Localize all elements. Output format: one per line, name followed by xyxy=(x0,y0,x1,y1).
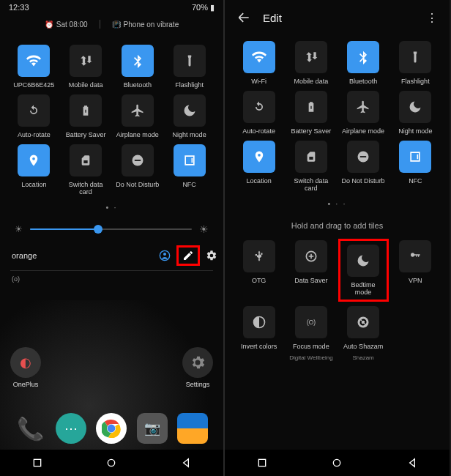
nav-home[interactable] xyxy=(331,457,343,469)
pin-icon xyxy=(243,141,275,173)
brightness-slider[interactable] xyxy=(30,228,192,230)
qs-tile-auto-rotate[interactable]: Auto-rotate xyxy=(10,94,58,138)
edit-tile-do-not-disturb[interactable]: Do Not Disturb xyxy=(340,141,387,192)
nav-recents[interactable] xyxy=(256,457,268,469)
qs-tile-location[interactable]: Location xyxy=(10,144,58,196)
tile-sublabel: Digital Wellbeing xyxy=(289,354,332,361)
svg-text:(O): (O) xyxy=(307,319,316,326)
avail-tile-auto-shazam[interactable]: Auto ShazamShazam xyxy=(340,306,387,361)
svg-point-15 xyxy=(334,459,340,466)
tile-label: Airplane mode xyxy=(342,127,384,135)
dock-camera[interactable]: 📷 xyxy=(137,413,168,444)
edit-tile-airplane-mode[interactable]: Airplane mode xyxy=(340,91,387,135)
brightness-high-icon: ☀ xyxy=(199,223,209,235)
edit-tile-flashlight[interactable]: Flashlight xyxy=(392,41,439,85)
dock-chrome[interactable] xyxy=(96,413,127,444)
avail-tile-otg[interactable]: OTG xyxy=(235,240,283,300)
tile-label: Auto Shazam xyxy=(343,343,383,350)
wifi-icon xyxy=(243,41,275,73)
page-indicator[interactable]: • · · xyxy=(225,198,450,215)
svg-point-3 xyxy=(163,253,166,256)
tile-label: OTG xyxy=(252,277,266,284)
batt-icon xyxy=(295,91,327,123)
info-row: ⏰ Sat 08:00 📳 Phone on vibrate xyxy=(0,15,223,36)
avail-tile-bedtime-mode[interactable]: Bedtime mode xyxy=(340,240,387,300)
qs-tile-upc6b6e425[interactable]: UPC6B6E425 xyxy=(10,45,58,89)
tile-label: Focus mode xyxy=(293,343,329,350)
data-icon xyxy=(70,45,102,77)
app-settings[interactable]: Settings xyxy=(182,347,213,388)
edit-tile-night-mode[interactable]: Night mode xyxy=(392,91,439,135)
avail-tile-invert-colors[interactable]: Invert colors xyxy=(235,306,283,361)
bt-icon xyxy=(122,45,154,77)
avail-tile-vpn[interactable]: VPN xyxy=(392,240,439,300)
edit-tile-wi-fi[interactable]: Wi-Fi xyxy=(235,41,283,85)
sim-icon xyxy=(70,144,102,176)
edit-tile-bluetooth[interactable]: Bluetooth xyxy=(340,41,387,85)
qs-tile-switch-data-card[interactable]: Switch data card xyxy=(62,144,110,196)
nav-back[interactable] xyxy=(180,457,192,469)
avail-tile-focus-mode[interactable]: (O)Focus modeDigital Wellbeing xyxy=(287,306,335,361)
qs-tile-night-mode[interactable]: Night mode xyxy=(165,94,213,138)
nfc-icon xyxy=(174,144,206,176)
tile-label: Battery Saver xyxy=(66,131,106,138)
torch-icon xyxy=(174,45,206,77)
edit-button[interactable] xyxy=(178,247,198,264)
edit-tile-mobile-data[interactable]: Mobile data xyxy=(287,41,335,85)
brightness-row: ☀ ☀ xyxy=(0,219,223,242)
alarm-info[interactable]: ⏰ Sat 08:00 xyxy=(45,20,88,29)
svg-rect-6 xyxy=(34,459,40,466)
tile-label: NFC xyxy=(182,181,196,188)
qs-tile-battery-saver[interactable]: Battery Saver xyxy=(62,94,110,138)
notif-summary[interactable]: (o) xyxy=(0,272,223,283)
ringer-info[interactable]: 📳 Phone on vibrate xyxy=(112,20,179,29)
settings-icon[interactable] xyxy=(206,250,217,261)
tile-label: Switch data card xyxy=(62,181,110,196)
dock-gallery[interactable] xyxy=(177,413,208,444)
tile-sublabel: Shazam xyxy=(352,354,373,361)
more-icon[interactable]: ⋮ xyxy=(426,11,438,25)
edit-tile-location[interactable]: Location xyxy=(235,141,283,192)
edit-tile-switch-data-card[interactable]: Switch data card xyxy=(287,141,335,192)
moon-icon xyxy=(174,94,206,127)
moon-icon xyxy=(399,91,431,123)
inv-icon xyxy=(243,306,275,338)
qs-tile-bluetooth[interactable]: Bluetooth xyxy=(114,45,162,89)
qs-tile-nfc[interactable]: NFC xyxy=(165,144,213,196)
carrier-label: orange xyxy=(12,251,37,260)
dock-messages[interactable]: ⋯ xyxy=(56,413,86,444)
rotate-icon xyxy=(243,91,275,123)
tile-label: VPN xyxy=(409,277,422,284)
instruction-text: Hold and drag to add tiles xyxy=(225,215,450,237)
nav-bar xyxy=(225,450,450,476)
nav-home[interactable] xyxy=(105,457,117,469)
qs-tile-mobile-data[interactable]: Mobile data xyxy=(62,45,110,89)
nav-recents[interactable] xyxy=(31,457,43,469)
qs-tile-airplane-mode[interactable]: Airplane mode xyxy=(114,94,162,138)
avail-tile-data-saver[interactable]: Data Saver xyxy=(287,240,335,300)
dock-phone[interactable]: 📞 xyxy=(15,413,46,444)
sim-icon xyxy=(295,141,327,173)
svg-rect-9 xyxy=(360,156,366,157)
available-tile-grid: OTGData SaverBedtime modeVPNInvert color… xyxy=(225,240,450,367)
edit-tile-battery-saver[interactable]: Battery Saver xyxy=(287,91,335,135)
svg-point-7 xyxy=(108,459,115,466)
page-indicator[interactable]: • · xyxy=(0,201,223,219)
edit-tile-auto-rotate[interactable]: Auto-rotate xyxy=(235,91,283,135)
nav-back[interactable] xyxy=(406,457,418,469)
screen-edit-tiles: Edit ⋮ Wi-FiMobile dataBluetoothFlashlig… xyxy=(225,0,450,476)
status-bar: 12:33 70% ▮ xyxy=(0,0,223,15)
bed-icon xyxy=(347,245,379,277)
svg-rect-1 xyxy=(135,160,141,161)
tile-label: Mobile data xyxy=(69,81,103,89)
edit-title: Edit xyxy=(263,12,282,24)
app-oneplus[interactable]: ◐ OnePlus xyxy=(10,347,41,388)
qs-tile-do-not-disturb[interactable]: Do Not Disturb xyxy=(114,144,162,196)
edit-tile-nfc[interactable]: NFC xyxy=(392,141,439,192)
plane-icon xyxy=(122,94,154,127)
usb-icon xyxy=(243,240,275,272)
user-icon[interactable] xyxy=(159,250,171,261)
tile-label: UPC6B6E425 xyxy=(13,81,54,89)
back-icon[interactable] xyxy=(236,10,251,25)
qs-tile-flashlight[interactable]: Flashlight xyxy=(165,45,213,89)
